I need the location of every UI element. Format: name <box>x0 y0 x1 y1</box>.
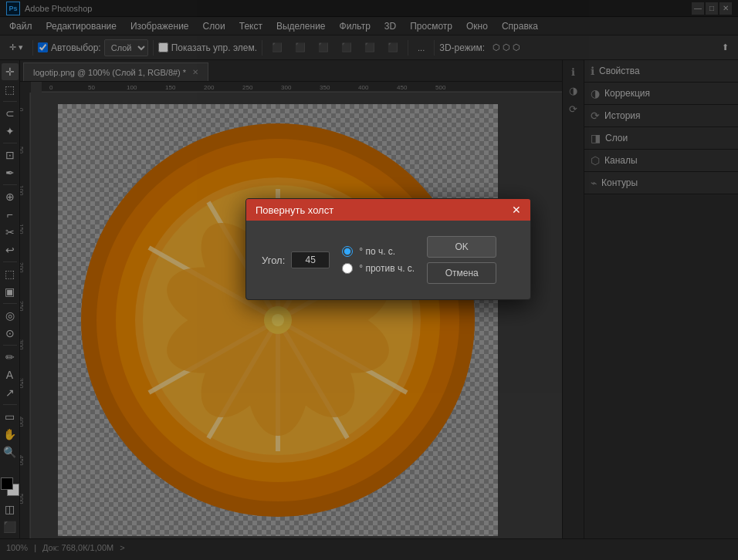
clockwise-row: ° по ч. с. <box>342 246 415 257</box>
angle-group: Угол: <box>262 251 330 268</box>
dialog-close-btn[interactable]: ✕ <box>509 202 524 218</box>
counter-row: ° против ч. с. <box>342 263 415 274</box>
clockwise-label: ° по ч. с. <box>359 246 395 257</box>
modal-overlay: Повернуть холст ✕ Угол: ° по ч. с. ° про… <box>0 0 738 560</box>
counter-radio[interactable] <box>342 263 353 274</box>
rotate-canvas-dialog: Повернуть холст ✕ Угол: ° по ч. с. ° про… <box>245 198 531 300</box>
dialog-titlebar: Повернуть холст ✕ <box>246 199 530 221</box>
clockwise-radio[interactable] <box>342 246 353 257</box>
angle-label: Угол: <box>262 255 285 266</box>
dialog-buttons: OK Отмена <box>427 236 496 284</box>
cancel-button[interactable]: Отмена <box>427 262 496 284</box>
dialog-title: Повернуть холст <box>256 204 333 216</box>
counter-label: ° против ч. с. <box>359 263 415 274</box>
dialog-content-row: Угол: ° по ч. с. ° против ч. с. OK Отме <box>262 236 515 284</box>
direction-radio-group: ° по ч. с. ° против ч. с. <box>342 246 415 274</box>
dialog-body: Угол: ° по ч. с. ° против ч. с. OK Отме <box>246 221 530 299</box>
ok-button[interactable]: OK <box>427 236 496 258</box>
angle-input[interactable] <box>291 251 330 268</box>
